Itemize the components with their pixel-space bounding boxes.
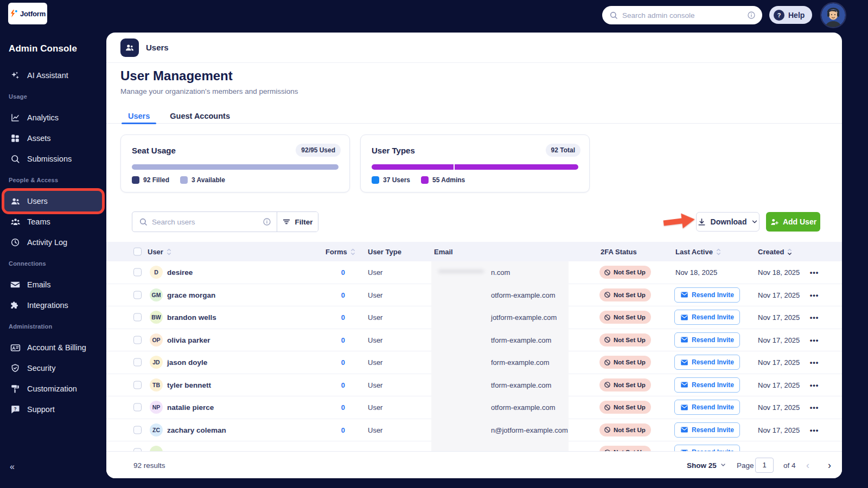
sidebar-section-heading: Connections: [4, 260, 102, 269]
sidebar-item[interactable]: Assets: [4, 128, 102, 149]
resend-invite-button[interactable]: Resend Invite: [674, 377, 740, 393]
sidebar-item-icon: [10, 217, 21, 227]
resend-invite-button[interactable]: Resend Invite: [674, 332, 740, 348]
row-checkbox[interactable]: [133, 426, 142, 434]
row-menu-button[interactable]: •••: [806, 403, 822, 412]
tab-users[interactable]: Users: [122, 108, 156, 124]
sidebar-item[interactable]: AI Assistant: [4, 65, 102, 86]
sidebar-item-label: Analytics: [27, 113, 59, 122]
sort-icon: [350, 248, 356, 255]
row-checkbox[interactable]: [133, 403, 142, 412]
row-menu-button[interactable]: •••: [806, 336, 822, 344]
forms-count-link[interactable]: 0: [323, 268, 345, 277]
download-button[interactable]: Download: [696, 212, 760, 232]
tab-bar: Users Guest Accounts: [122, 108, 237, 124]
avatar: TB: [150, 378, 163, 391]
next-page-button[interactable]: ›: [824, 459, 835, 471]
seat-usage-bar: [132, 164, 339, 170]
sidebar-section-heading: Administration: [4, 323, 102, 332]
resend-invite-button[interactable]: Resend Invite: [674, 355, 740, 370]
resend-invite-button[interactable]: Resend Invite: [674, 287, 740, 303]
row-menu-button[interactable]: •••: [806, 291, 822, 299]
sidebar-item[interactable]: Users: [4, 191, 102, 211]
prev-page-button[interactable]: ‹: [802, 459, 814, 471]
column-last-active[interactable]: Last Active: [675, 248, 722, 256]
page-size-select[interactable]: Show 25: [687, 461, 726, 469]
row-menu-button[interactable]: •••: [806, 313, 822, 322]
users-search-input[interactable]: [152, 218, 258, 226]
row-menu-button[interactable]: •••: [806, 268, 822, 277]
shield-slash-icon: [604, 404, 611, 411]
sidebar-item[interactable]: Security: [4, 358, 102, 378]
page-number-input[interactable]: [755, 458, 774, 473]
avatar: GM: [150, 288, 163, 301]
legend-users-swatch: [372, 176, 379, 184]
row-checkbox[interactable]: [133, 381, 142, 389]
sidebar-item[interactable]: Analytics: [4, 107, 102, 128]
blurred-email-smudge: [438, 269, 484, 273]
created-date: Nov 17, 2025: [758, 381, 800, 389]
forms-count-link[interactable]: 0: [323, 381, 345, 389]
resend-invite-button[interactable]: Resend Invite: [674, 310, 740, 325]
sidebar-item[interactable]: Submissions: [4, 149, 102, 169]
forms-count-link[interactable]: 0: [323, 426, 345, 434]
sidebar-item[interactable]: Teams: [4, 211, 102, 232]
user-type: User: [368, 268, 382, 277]
resend-invite-button[interactable]: Resend Invite: [674, 445, 740, 451]
row-menu-button[interactable]: •••: [806, 381, 822, 389]
admin-search-input[interactable]: [622, 11, 743, 20]
tab-guest-accounts[interactable]: Guest Accounts: [163, 108, 237, 124]
seat-usage-title: Seat Usage: [132, 146, 176, 155]
legend-available-swatch: [180, 176, 188, 184]
sidebar-item[interactable]: ? Support: [4, 399, 102, 420]
table-header: User Forms User Type Email 2FA Status La…: [106, 242, 842, 261]
sidebar-nav: AI Assistant Usage Analytics Assets Subm…: [4, 65, 102, 420]
sidebar-item[interactable]: Emails: [4, 274, 102, 295]
user-type: User: [368, 291, 382, 299]
filter-button[interactable]: Filter: [277, 212, 318, 232]
row-menu-button[interactable]: •••: [806, 426, 822, 434]
row-checkbox[interactable]: [133, 336, 142, 344]
main-panel: Users User Management Manage your organi…: [106, 33, 842, 478]
page-label: Page: [737, 461, 754, 469]
column-user[interactable]: User: [148, 248, 172, 256]
user-name: tyler bennett: [167, 381, 211, 389]
sidebar-item-icon: [10, 363, 21, 373]
jotform-logo[interactable]: Jotform: [8, 3, 47, 24]
column-created[interactable]: Created: [758, 248, 793, 256]
sidebar-collapse-icon[interactable]: «: [10, 462, 15, 472]
resend-invite-button[interactable]: Resend Invite: [674, 400, 740, 415]
seat-usage-legend: 92 Filled 3 Available: [132, 176, 225, 184]
admin-search[interactable]: [602, 6, 762, 24]
row-checkbox[interactable]: [133, 358, 142, 367]
row-menu-button[interactable]: •••: [806, 358, 822, 367]
help-button[interactable]: ? Help: [769, 6, 812, 24]
created-date: Nov 17, 2025: [758, 403, 800, 412]
users-search[interactable]: [132, 212, 277, 232]
page-subtitle: Manage your organization's members and p…: [120, 87, 298, 95]
forms-count-link[interactable]: 0: [323, 291, 345, 299]
forms-count-link[interactable]: 0: [323, 336, 345, 344]
row-checkbox[interactable]: [133, 268, 142, 277]
row-checkbox[interactable]: [133, 291, 142, 299]
row-checkbox[interactable]: [133, 313, 142, 322]
forms-count-link[interactable]: 0: [323, 403, 345, 412]
envelope-filled-icon: [680, 381, 688, 389]
column-forms[interactable]: Forms: [326, 248, 356, 256]
column-email: Email: [434, 248, 453, 256]
forms-count-link[interactable]: 0: [323, 358, 345, 367]
tfa-status-badge: Not Set Up: [599, 311, 651, 324]
sort-icon: [716, 248, 722, 255]
envelope-filled-icon: [680, 313, 688, 322]
sidebar-item[interactable]: Customization: [4, 378, 102, 399]
forms-count-link[interactable]: 0: [323, 313, 345, 322]
add-user-button[interactable]: Add User: [766, 212, 820, 232]
sidebar-item[interactable]: Activity Log: [4, 232, 102, 253]
user-avatar[interactable]: [821, 3, 845, 27]
sidebar-item[interactable]: Integrations: [4, 295, 102, 316]
resend-invite-button[interactable]: Resend Invite: [674, 422, 740, 438]
select-all-checkbox[interactable]: [133, 248, 142, 256]
sidebar-section-heading: Usage: [4, 93, 102, 102]
sidebar-item-icon: [10, 384, 21, 394]
sidebar-item[interactable]: Account & Billing: [4, 337, 102, 358]
